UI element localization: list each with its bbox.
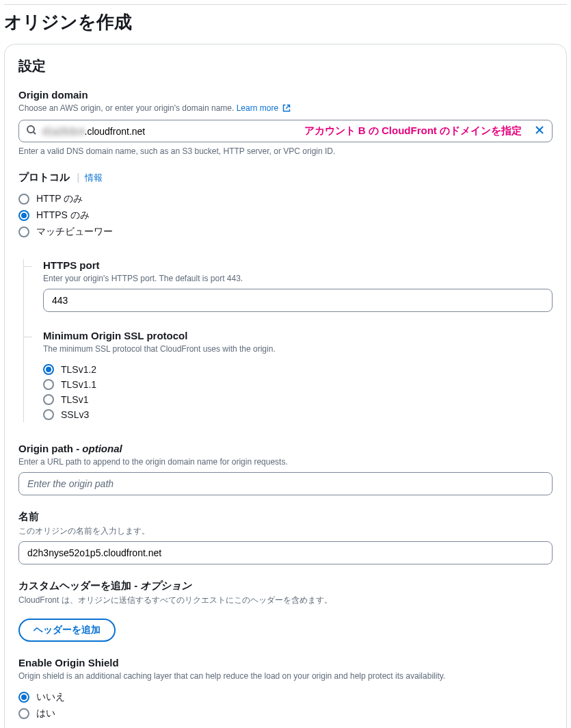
svg-point-0: [27, 126, 34, 133]
origin-domain-desc: Choose an AWS origin, or enter your orig…: [18, 102, 553, 116]
origin-domain-input-wrap[interactable]: d1a2b3c4 アカウント B の CloudFront のドメインを指定: [18, 120, 553, 142]
radio-icon: [18, 708, 29, 719]
custom-header-desc: CloudFront は、オリジンに送信するすべてのリクエストにこのヘッダーを含…: [18, 594, 553, 606]
https-port-field: HTTPS port Enter your origin's HTTPS por…: [43, 259, 553, 312]
https-port-input[interactable]: [43, 289, 553, 312]
custom-header-label: カスタムヘッダーを追加 - オプション: [18, 580, 553, 593]
radio-icon: [18, 226, 29, 237]
origin-shield-desc: Origin shield is an additional caching l…: [18, 670, 553, 682]
panel-title: 設定: [18, 57, 553, 75]
radio-icon: [43, 409, 54, 420]
protocol-label: プロトコル | 情報: [18, 171, 553, 184]
protocol-http-radio[interactable]: HTTP のみ: [18, 191, 553, 207]
origin-domain-field: Origin domain Choose an AWS origin, or e…: [18, 89, 553, 156]
settings-panel: 設定 Origin domain Choose an AWS origin, o…: [4, 44, 567, 728]
search-icon: [26, 125, 37, 138]
ssl-tls1-radio[interactable]: TLSv1: [43, 392, 553, 407]
https-sub-settings: HTTPS port Enter your origin's HTTPS por…: [23, 259, 553, 422]
radio-icon: [18, 210, 29, 221]
external-link-icon: [282, 103, 291, 116]
https-port-label: HTTPS port: [43, 259, 553, 271]
origin-domain-helper: Enter a valid DNS domain name, such as a…: [18, 146, 553, 156]
radio-icon: [43, 364, 54, 375]
origin-shield-no-radio[interactable]: いいえ: [18, 689, 553, 705]
origin-shield-field: Enable Origin Shield Origin shield is an…: [18, 657, 553, 722]
origin-domain-annotation: アカウント B の CloudFront のドメインを指定: [297, 125, 529, 138]
radio-icon: [18, 692, 29, 703]
ssl-tls12-radio[interactable]: TLSv1.2: [43, 362, 553, 377]
origin-path-desc: Enter a URL path to append to the origin…: [18, 456, 553, 468]
page-title: オリジンを作成: [4, 4, 567, 44]
origin-path-field: Origin path - optional Enter a URL path …: [18, 443, 553, 495]
name-label: 名前: [18, 510, 553, 523]
protocol-info-link[interactable]: 情報: [85, 172, 103, 183]
origin-path-input[interactable]: [18, 472, 553, 495]
custom-header-field: カスタムヘッダーを追加 - オプション CloudFront は、オリジンに送信…: [18, 580, 553, 642]
https-port-desc: Enter your origin's HTTPS port. The defa…: [43, 272, 553, 285]
origin-path-label: Origin path - optional: [18, 443, 553, 454]
ssl-tls11-radio[interactable]: TLSv1.1: [43, 377, 553, 392]
ssl-protocol-field: Minimum Origin SSL protocol The minimum …: [43, 330, 553, 422]
radio-icon: [43, 394, 54, 405]
origin-shield-label: Enable Origin Shield: [18, 657, 553, 668]
ssl-sslv3-radio[interactable]: SSLv3: [43, 407, 553, 422]
origin-domain-input[interactable]: [85, 126, 297, 137]
protocol-field: プロトコル | 情報 HTTP のみ HTTPS のみ マッチビューワー: [18, 171, 553, 422]
origin-domain-blurred-prefix: d1a2b3c4: [42, 126, 85, 137]
origin-domain-label: Origin domain: [18, 89, 553, 101]
radio-icon: [43, 379, 54, 390]
origin-shield-yes-radio[interactable]: はい: [18, 705, 553, 722]
add-header-button[interactable]: ヘッダーを追加: [18, 619, 116, 642]
radio-icon: [18, 194, 29, 205]
ssl-protocol-label: Minimum Origin SSL protocol: [43, 330, 553, 341]
protocol-https-radio[interactable]: HTTPS のみ: [18, 207, 553, 224]
name-input[interactable]: [18, 541, 553, 564]
ssl-protocol-desc: The minimum SSL protocol that CloudFront…: [43, 343, 553, 355]
protocol-match-radio[interactable]: マッチビューワー: [18, 224, 553, 240]
learn-more-link[interactable]: Learn more: [237, 103, 291, 113]
name-field: 名前 このオリジンの名前を入力します。: [18, 510, 553, 564]
name-desc: このオリジンの名前を入力します。: [18, 525, 553, 537]
clear-icon[interactable]: [534, 125, 545, 138]
